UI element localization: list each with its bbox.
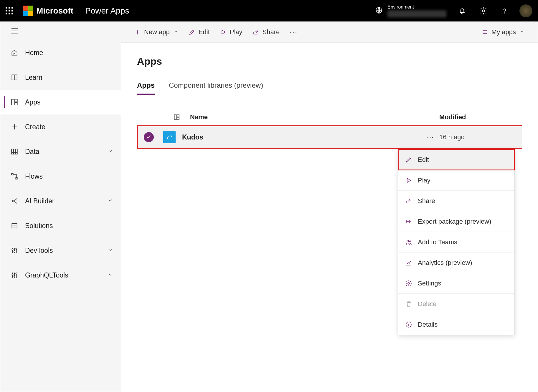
- svg-rect-5: [15, 102, 17, 105]
- side-nav: HomeLearnAppsCreateDataFlowsAI BuilderSo…: [0, 21, 121, 392]
- chevron-down-icon: [107, 148, 113, 156]
- app-launcher-icon[interactable]: [6, 7, 14, 15]
- nav-collapse-button[interactable]: [0, 21, 121, 40]
- microsoft-logo[interactable]: Microsoft: [23, 6, 73, 16]
- environment-name-redacted: [387, 10, 446, 17]
- nav-item-label: Flows: [25, 172, 43, 180]
- app-row[interactable]: Kudos···16 h ago: [137, 125, 522, 149]
- delete-icon: [405, 300, 412, 308]
- tab-apps[interactable]: Apps: [137, 81, 155, 95]
- svg-point-15: [16, 248, 17, 249]
- ai-icon: [10, 197, 19, 205]
- app-icon: [163, 131, 176, 143]
- col-name-header[interactable]: Name: [187, 113, 439, 121]
- svg-point-10: [16, 199, 17, 200]
- svg-rect-21: [177, 117, 179, 119]
- share-icon: [253, 29, 260, 36]
- nav-item-label: Home: [25, 49, 43, 57]
- environment-picker[interactable]: Environment: [375, 4, 446, 17]
- book-icon: [10, 73, 19, 82]
- svg-rect-20: [177, 115, 179, 117]
- menu-item-share[interactable]: Share: [398, 191, 514, 211]
- chevron-down-icon: [107, 197, 113, 205]
- export-icon: [405, 218, 412, 225]
- row-more-button[interactable]: ···: [422, 133, 439, 141]
- nav-item-devtools[interactable]: DevTools: [0, 238, 121, 263]
- svg-point-2: [504, 13, 505, 13]
- view-selector-label: My apps: [491, 28, 516, 36]
- global-header: Microsoft Power Apps Environment: [0, 0, 538, 21]
- col-modified-header[interactable]: Modified: [439, 113, 522, 121]
- help-icon[interactable]: [501, 7, 509, 15]
- nav-item-apps[interactable]: Apps: [0, 90, 121, 114]
- view-selector[interactable]: My apps: [481, 28, 525, 36]
- tab-component[interactable]: Component libraries (preview): [169, 81, 263, 95]
- nav-item-label: AI Builder: [25, 197, 55, 205]
- home-icon: [10, 49, 19, 57]
- menu-item-settings[interactable]: Settings: [398, 273, 514, 294]
- new-app-button[interactable]: New app: [134, 28, 179, 36]
- row-selected-icon[interactable]: [144, 132, 154, 142]
- edit-label: Edit: [199, 28, 210, 36]
- plus-icon: [10, 123, 19, 131]
- chevron-down-icon: [519, 28, 525, 36]
- menu-item-analytics[interactable]: Analytics (preview): [398, 253, 514, 273]
- svg-point-23: [410, 241, 411, 242]
- settings-icon[interactable]: [479, 7, 488, 15]
- nav-item-flows[interactable]: Flows: [0, 164, 121, 189]
- svg-rect-4: [15, 99, 17, 102]
- edit-icon: [405, 156, 412, 164]
- menu-item-details[interactable]: Details: [398, 314, 514, 335]
- svg-point-13: [12, 249, 13, 250]
- flow-icon: [10, 172, 19, 180]
- svg-rect-7: [11, 173, 13, 175]
- share-button[interactable]: Share: [253, 28, 280, 36]
- menu-item-label: Export package (preview): [418, 218, 491, 225]
- apps-icon: [10, 98, 19, 106]
- info-icon: [405, 321, 412, 328]
- nav-item-ai-builder[interactable]: AI Builder: [0, 189, 121, 213]
- svg-point-24: [408, 283, 410, 284]
- row-context-menu: EditPlayShareExport package (preview)Add…: [398, 149, 515, 335]
- menu-item-add[interactable]: Add to Teams: [398, 232, 514, 253]
- nav-item-label: Data: [25, 148, 39, 156]
- list-icon: [481, 29, 489, 36]
- tools-icon: [10, 246, 19, 255]
- tools-icon: [10, 271, 19, 279]
- nav-item-create[interactable]: Create: [0, 114, 121, 139]
- svg-point-18: [16, 273, 17, 274]
- more-commands-button[interactable]: ···: [290, 28, 298, 36]
- teams-icon: [405, 238, 412, 246]
- table-header: Name Modified: [137, 109, 522, 125]
- nav-item-learn[interactable]: Learn: [0, 65, 121, 90]
- menu-item-play[interactable]: Play: [398, 170, 514, 191]
- edit-button[interactable]: Edit: [189, 28, 210, 36]
- play-label: Play: [230, 28, 242, 36]
- nav-item-home[interactable]: Home: [0, 40, 121, 65]
- notifications-icon[interactable]: [458, 7, 466, 15]
- menu-item-export[interactable]: Export package (preview): [398, 211, 514, 232]
- menu-item-delete: Delete: [398, 294, 514, 314]
- chevron-down-icon: [173, 28, 179, 36]
- svg-point-16: [12, 274, 13, 275]
- app-modified: 16 h ago: [439, 133, 522, 141]
- menu-item-edit[interactable]: Edit: [398, 150, 514, 170]
- nav-item-graphqltools[interactable]: GraphQLTools: [0, 263, 121, 288]
- nav-item-solutions[interactable]: Solutions: [0, 213, 121, 238]
- menu-item-label: Details: [418, 321, 438, 328]
- play-icon: [220, 29, 227, 36]
- play-button[interactable]: Play: [220, 28, 242, 36]
- environment-label: Environment: [387, 4, 446, 10]
- menu-item-label: Play: [418, 177, 430, 184]
- microsoft-logo-icon: [23, 6, 33, 16]
- chevron-down-icon: [107, 247, 113, 255]
- svg-rect-19: [174, 115, 176, 120]
- brand-text: Microsoft: [36, 6, 73, 16]
- menu-item-label: Delete: [418, 300, 437, 308]
- user-avatar[interactable]: [519, 4, 532, 17]
- nav-item-data[interactable]: Data: [0, 139, 121, 164]
- globe-icon: [375, 6, 383, 15]
- table-icon: [10, 147, 19, 156]
- nav-item-label: DevTools: [25, 247, 53, 255]
- svg-point-14: [14, 251, 15, 252]
